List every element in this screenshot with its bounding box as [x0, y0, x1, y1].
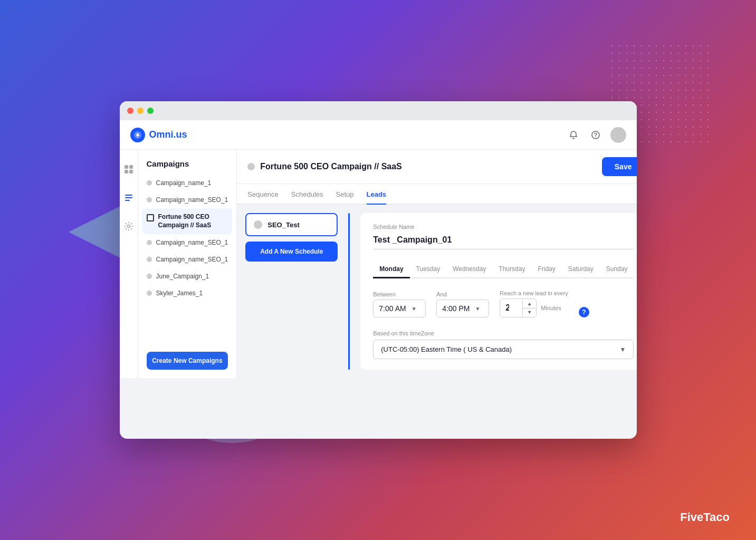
svg-rect-5	[125, 170, 128, 173]
campaign-dot-6	[147, 274, 152, 279]
sidebar-icons	[120, 150, 138, 378]
schedule-name-field: Schedule Name	[373, 224, 634, 249]
schedule-detail: Schedule Name Monday Tuesday Wednesday T…	[360, 213, 636, 370]
campaign-item-4[interactable]: Campaign_name_SEO_1	[142, 234, 233, 251]
sidebar-icon-grid[interactable]	[120, 160, 138, 178]
timezone-label: Based on this timeZone	[373, 330, 634, 336]
day-tab-sunday[interactable]: Sunday	[600, 260, 634, 278]
timezone-arrow: ▼	[620, 346, 626, 353]
svg-rect-4	[129, 165, 133, 169]
day-tab-saturday[interactable]: Saturday	[562, 260, 600, 278]
user-avatar[interactable]	[610, 127, 626, 143]
header-icons: ?	[566, 127, 626, 143]
logo-text: Omni.us	[149, 129, 187, 140]
campaign-label-1: Campaign_name_1	[156, 179, 212, 187]
reach-label: Reach a new lead in every	[500, 290, 568, 296]
between-value: 7:00 AM	[379, 304, 406, 313]
day-tab-thursday[interactable]: Thursday	[492, 260, 531, 278]
brand-five: Five	[680, 510, 703, 524]
campaign-dot-2	[147, 197, 152, 202]
campaign-item-7[interactable]: Skyler_James_1	[142, 285, 233, 302]
svg-text:?: ?	[594, 132, 597, 138]
sidebar-icon-settings[interactable]	[120, 217, 138, 235]
campaign-checkbox-3	[147, 214, 154, 221]
browser-content: Omni.us ?	[120, 120, 637, 378]
and-select[interactable]: 4:00 PM ▼	[436, 300, 489, 317]
tab-sequence[interactable]: Sequence	[247, 184, 279, 205]
schedule-item-dot	[254, 220, 262, 229]
campaign-item-6[interactable]: June_Campaign_1	[142, 268, 233, 285]
content-area: SEO_Test Add A New Schedule Schedule Nam…	[237, 205, 636, 378]
campaign-label-5: Campaign_name_SEO_1	[156, 256, 228, 263]
main-content: Fortune 500 CEO Campaign // SaaS Save Se…	[237, 150, 636, 378]
campaign-dot-5	[147, 257, 152, 262]
bell-icon-button[interactable]	[566, 128, 581, 142]
tab-schedules[interactable]: Schedules	[291, 184, 323, 205]
day-tab-friday[interactable]: Friday	[531, 260, 561, 278]
and-field: And 4:00 PM ▼	[436, 291, 489, 317]
browser-dot-green[interactable]	[147, 108, 154, 114]
svg-rect-7	[125, 195, 132, 196]
between-label: Between	[373, 291, 426, 297]
schedule-name-label: Schedule Name	[373, 224, 634, 230]
brand-taco: Taco	[703, 510, 730, 524]
tab-leads[interactable]: Leads	[367, 184, 387, 205]
reach-number-input[interactable]	[500, 299, 522, 317]
day-tab-monday[interactable]: Monday	[373, 260, 409, 278]
campaign-item-1[interactable]: Campaign_name_1	[142, 175, 233, 191]
brand-watermark: FiveTaco	[680, 510, 730, 524]
browser-window: Omni.us ?	[120, 101, 637, 439]
campaign-label-2: Campaign_name_SEO_1	[156, 196, 228, 204]
and-label: And	[436, 291, 489, 297]
campaigns-footer: Create New Campaigns	[138, 343, 237, 378]
reach-decrement[interactable]: ▼	[523, 308, 536, 316]
campaign-title: Fortune 500 CEO Campaign // SaaS	[260, 162, 602, 171]
campaign-status-dot	[247, 163, 255, 170]
campaign-item-3[interactable]: Fortune 500 CEO Campaign // SaaS	[142, 208, 233, 234]
tab-setup[interactable]: Setup	[336, 184, 354, 205]
between-select[interactable]: 7:00 AM ▼	[373, 300, 426, 317]
reach-input-row: ▲ ▼ Minutes	[500, 298, 568, 317]
logo-area: Omni.us	[130, 128, 187, 142]
svg-rect-8	[125, 197, 132, 198]
reach-increment[interactable]: ▲	[523, 300, 536, 308]
svg-point-10	[127, 225, 130, 228]
campaign-item-5[interactable]: Campaign_name_SEO_1	[142, 251, 233, 268]
svg-rect-3	[125, 165, 128, 169]
info-icon[interactable]: ?	[579, 307, 589, 317]
campaigns-panel: Campaigns Campaign_name_1 Campaign_name_…	[138, 150, 237, 378]
campaigns-header: Campaigns	[138, 150, 237, 175]
add-schedule-button[interactable]: Add A New Schedule	[245, 242, 338, 262]
app-header: Omni.us ?	[120, 120, 637, 150]
time-row: Between 7:00 AM ▼ And 4:00 PM	[373, 290, 634, 317]
day-tab-tuesday[interactable]: Tuesday	[410, 260, 447, 278]
browser-dot-yellow[interactable]	[137, 108, 143, 114]
timezone-section: Based on this timeZone (UTC-05:00) Easte…	[373, 330, 634, 359]
and-arrow: ▼	[475, 306, 480, 312]
between-arrow: ▼	[412, 306, 417, 312]
day-tabs: Monday Tuesday Wednesday Thursday Friday…	[373, 260, 634, 278]
timezone-value: (UTC-05:00) Eastern Time ( US & Canada)	[381, 345, 512, 353]
schedule-name-input[interactable]	[373, 233, 634, 249]
campaign-item-2[interactable]: Campaign_name_SEO_1	[142, 191, 233, 208]
and-value: 4:00 PM	[442, 304, 470, 313]
campaign-dot-1	[147, 180, 152, 186]
schedule-item-label: SEO_Test	[267, 221, 299, 229]
tabs-bar: Sequence Schedules Setup Leads	[237, 184, 636, 205]
campaign-label-4: Campaign_name_SEO_1	[156, 239, 228, 246]
sidebar-icon-campaigns[interactable]	[120, 189, 138, 207]
schedules-panel: SEO_Test Add A New Schedule	[245, 213, 338, 370]
browser-titlebar	[120, 101, 637, 120]
browser-dot-red[interactable]	[127, 108, 133, 114]
day-tab-wednesday[interactable]: Wednesday	[446, 260, 492, 278]
timezone-select[interactable]: (UTC-05:00) Eastern Time ( US & Canada) …	[373, 340, 634, 359]
campaign-list: Campaign_name_1 Campaign_name_SEO_1 Fort…	[138, 175, 237, 343]
help-icon-button[interactable]: ?	[588, 128, 603, 142]
campaign-label-7: Skyler_James_1	[156, 290, 203, 297]
between-field: Between 7:00 AM ▼	[373, 291, 426, 317]
campaign-header: Fortune 500 CEO Campaign // SaaS Save	[237, 150, 636, 184]
campaign-label-3: Fortune 500 CEO Campaign // SaaS	[158, 213, 228, 229]
schedule-item-seo-test[interactable]: SEO_Test	[245, 213, 338, 236]
save-button[interactable]: Save	[602, 157, 637, 176]
create-campaigns-button[interactable]: Create New Campaigns	[147, 352, 228, 370]
